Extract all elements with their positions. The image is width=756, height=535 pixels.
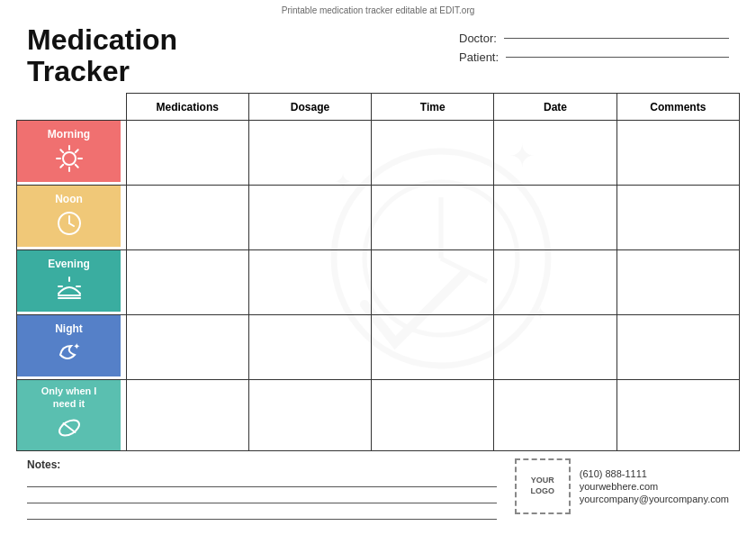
- time-cell-evening: Evening: [17, 250, 127, 315]
- data-cell-night-3: [494, 315, 616, 380]
- logo-contact: YOUR LOGO (610) 888-1111 yourwebhere.com…: [515, 458, 729, 514]
- svg-line-13: [75, 165, 77, 168]
- data-cell-noon-4: [616, 186, 739, 250]
- patient-line: [506, 57, 729, 58]
- data-cell-noon-3: [494, 186, 616, 250]
- header-medications: Medications: [126, 94, 248, 121]
- data-cell-night-1: [248, 315, 371, 380]
- data-cell-morning-2: [372, 121, 494, 186]
- header: Medication Tracker Doctor: Patient:: [0, 17, 756, 93]
- table-row: Evening: [17, 250, 740, 315]
- svg-text:✦: ✦: [73, 341, 80, 351]
- data-cell-evening-3: [494, 250, 616, 315]
- data-cell-night-2: [372, 315, 494, 380]
- time-cell-when: Only when Ineed it: [17, 380, 127, 450]
- data-cell-morning-4: [616, 121, 739, 186]
- top-bar: Printable medication tracker editable at…: [0, 0, 756, 17]
- header-time: Time: [372, 94, 494, 121]
- data-cell-evening-4: [616, 250, 739, 315]
- data-cell-evening-1: [248, 250, 371, 315]
- notes-line-1: [27, 475, 497, 487]
- doctor-patient-section: Doctor: Patient:: [459, 24, 729, 64]
- website: yourwebhere.com: [580, 481, 729, 492]
- header-dosage: Dosage: [248, 94, 371, 121]
- time-cell-night: Night ✦: [17, 315, 127, 380]
- data-cell-night-0: [126, 315, 248, 380]
- when-icon: [55, 413, 84, 445]
- svg-line-14: [75, 150, 77, 152]
- notes-section: Notes:: [27, 458, 497, 520]
- svg-line-26: [63, 423, 75, 432]
- notes-label: Notes:: [27, 458, 497, 471]
- evening-icon: [55, 274, 84, 305]
- svg-line-18: [69, 223, 74, 226]
- contact-info: (610) 888-1111 yourwebhere.com yourcompa…: [580, 468, 729, 504]
- notes-line-3: [27, 507, 497, 520]
- data-cell-morning-0: [126, 121, 248, 186]
- svg-line-15: [60, 165, 63, 168]
- table-row: Noon: [17, 186, 740, 250]
- data-cell-morning-3: [494, 121, 616, 186]
- time-cell-noon: Noon: [17, 186, 127, 250]
- noon-icon: [55, 209, 84, 240]
- svg-point-7: [63, 152, 76, 165]
- logo-box: YOUR LOGO: [515, 458, 571, 514]
- data-cell-when-2: [372, 380, 494, 450]
- data-cell-when-4: [616, 380, 739, 450]
- app-title: Medication Tracker: [27, 24, 177, 87]
- doctor-row: Doctor:: [459, 32, 729, 45]
- header-comments: Comments: [616, 94, 739, 121]
- data-cell-noon-0: [126, 186, 248, 250]
- data-cell-morning-1: [248, 121, 371, 186]
- data-cell-when-1: [248, 380, 371, 450]
- email: yourcompany@yourcompany.com: [580, 494, 729, 504]
- table-row: Night ✦: [17, 315, 740, 380]
- table-header-row: Medications Dosage Time Date Comments: [17, 94, 740, 121]
- data-cell-evening-0: [126, 250, 248, 315]
- top-bar-text: Printable medication tracker editable at…: [282, 5, 475, 15]
- table-row: Only when Ineed it: [17, 380, 740, 450]
- data-cell-noon-1: [248, 186, 371, 250]
- header-empty: [17, 94, 127, 121]
- data-cell-when-0: [126, 380, 248, 450]
- svg-line-12: [60, 150, 63, 152]
- data-cell-noon-2: [372, 186, 494, 250]
- data-cell-night-4: [616, 315, 739, 380]
- data-cell-when-3: [494, 380, 616, 450]
- notes-line-2: [27, 491, 497, 503]
- header-date: Date: [494, 94, 616, 121]
- phone: (610) 888-1111: [580, 468, 729, 479]
- footer: Notes: YOUR LOGO (610) 888-1111 yourwebh…: [0, 451, 756, 520]
- time-cell-morning: Morning: [17, 121, 127, 186]
- morning-icon: [55, 144, 84, 176]
- table-row: Morning: [17, 121, 740, 186]
- night-icon: ✦: [55, 339, 84, 370]
- patient-label: Patient:: [459, 50, 499, 64]
- tracker-table: Medications Dosage Time Date Comments Mo…: [16, 93, 740, 450]
- doctor-label: Doctor:: [459, 32, 497, 45]
- doctor-line: [504, 38, 729, 39]
- data-cell-evening-2: [372, 250, 494, 315]
- patient-row: Patient:: [459, 50, 729, 64]
